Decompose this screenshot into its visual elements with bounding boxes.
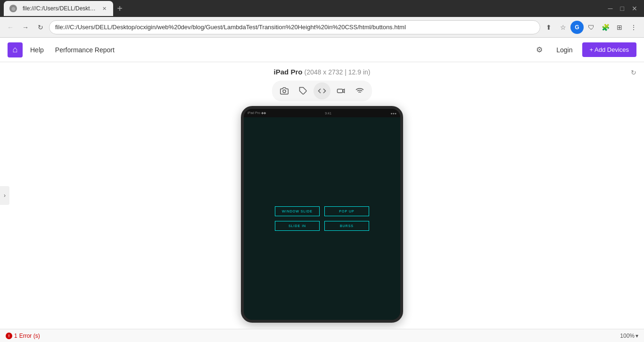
svg-marker-3 (343, 89, 345, 93)
ipad-buttons-grid: WINDOW SLIDE POP UP SLIDE IN BURSS (275, 206, 369, 231)
ipad-status-bar: iPad Pro ◆◆ 9:41 ●●● (244, 109, 400, 117)
menu-icon[interactable]: ⋮ (627, 21, 640, 34)
zoom-value: 100% (620, 333, 635, 339)
device-name: iPad Pro (274, 68, 303, 76)
tab-close-button[interactable]: ✕ (101, 5, 107, 12)
error-badge: ! 1 Error (s) (6, 333, 40, 339)
app-header: ⌂ Help Performance Report ⚙ Login + Add … (0, 38, 644, 62)
device-toolbar (272, 81, 372, 101)
minimize-button[interactable]: ─ (605, 5, 616, 12)
add-devices-button[interactable]: + Add Devices (582, 42, 636, 57)
window-controls: ─ □ ✕ (605, 5, 640, 12)
zoom-chevron-icon: ▾ (636, 333, 638, 339)
toolbar-icons: ⬆ ☆ G 🛡 🧩 ⊞ ⋮ (542, 21, 640, 34)
ipad-device: iPad Pro ◆◆ 9:41 ●●● WINDOW SLIDE POP UP… (241, 106, 403, 323)
layout-icon[interactable]: ⊞ (613, 21, 626, 34)
svg-rect-2 (338, 89, 343, 93)
browser-titlebar: ⬤ file:///C:/Users/DELL/Desktop/oc... ✕ … (0, 0, 644, 17)
gear-icon: ⚙ (536, 45, 543, 54)
new-tab-button[interactable]: + (113, 2, 126, 15)
tab-favicon: ⬤ (9, 5, 17, 12)
main-content: › ↻ iPad Pro (2048 x 2732 | 12.9 in) (0, 62, 644, 329)
ipad-screen: WINDOW SLIDE POP UP SLIDE IN BURSS (244, 117, 400, 320)
home-icon: ⌂ (13, 45, 18, 55)
back-button[interactable]: ← (4, 21, 17, 34)
device-specs: (2048 x 2732 | 12.9 in) (305, 68, 371, 76)
address-bar[interactable]: file:///C:/Users/DELL/Desktop/ocxigin/we… (49, 20, 540, 34)
zoom-level[interactable]: 100% ▾ (620, 333, 638, 339)
login-button[interactable]: Login (553, 44, 576, 56)
app-header-right: ⚙ Login + Add Devices (532, 42, 636, 57)
bookmark-icon[interactable]: ☆ (556, 21, 570, 34)
ipad-frame: iPad Pro ◆◆ 9:41 ●●● WINDOW SLIDE POP UP… (241, 106, 403, 323)
browser-tab[interactable]: ⬤ file:///C:/Users/DELL/Desktop/oc... ✕ (4, 1, 113, 16)
browser-toolbar: ← → ↻ file:///C:/Users/DELL/Desktop/ocxi… (0, 17, 644, 38)
svg-point-0 (283, 90, 286, 93)
settings-button[interactable]: ⚙ (532, 42, 547, 57)
forward-button[interactable]: → (19, 21, 32, 34)
ipad-status-left: iPad Pro ◆◆ (248, 111, 266, 115)
ipad-button-burss[interactable]: BURSS (324, 221, 369, 231)
reload-button[interactable]: ↻ (34, 21, 47, 34)
ipad-status-center: 9:41 (325, 112, 331, 115)
share-icon[interactable]: ⬆ (542, 21, 555, 34)
close-button[interactable]: ✕ (629, 5, 640, 12)
tag-tool[interactable] (295, 82, 312, 99)
shield-icon[interactable]: 🛡 (585, 21, 598, 34)
error-label: Error (s) (19, 333, 40, 339)
error-icon: ! (6, 333, 12, 339)
nav-performance-report[interactable]: Performance Report (55, 44, 115, 56)
ipad-button-pop-up[interactable]: POP UP (324, 206, 369, 216)
profile-icon[interactable]: G (570, 21, 584, 34)
app-nav: Help Performance Report (30, 44, 115, 56)
video-tool[interactable] (332, 82, 349, 99)
nav-help[interactable]: Help (30, 44, 44, 56)
error-count: 1 (14, 333, 17, 339)
tab-title: file:///C:/Users/DELL/Desktop/oc... (23, 5, 98, 12)
url-text: file:///C:/Users/DELL/Desktop/ocxigin/we… (55, 24, 406, 31)
device-title: iPad Pro (2048 x 2732 | 12.9 in) (274, 68, 371, 76)
ipad-button-slide-in[interactable]: SLIDE IN (275, 221, 320, 231)
code-tool[interactable] (314, 82, 330, 99)
screenshot-tool[interactable] (276, 82, 293, 99)
wifi-tool[interactable] (351, 82, 368, 99)
extensions-icon[interactable]: 🧩 (599, 21, 612, 34)
maximize-button[interactable]: □ (618, 5, 627, 12)
app-logo: ⌂ (8, 42, 23, 57)
refresh-corner-button[interactable]: ↻ (627, 66, 640, 79)
ipad-button-window-slide[interactable]: WINDOW SLIDE (275, 206, 320, 216)
ipad-status-right: ●●● (390, 112, 396, 115)
side-panel-toggle[interactable]: › (0, 186, 9, 205)
status-bar: ! 1 Error (s) 100% ▾ (0, 329, 644, 342)
